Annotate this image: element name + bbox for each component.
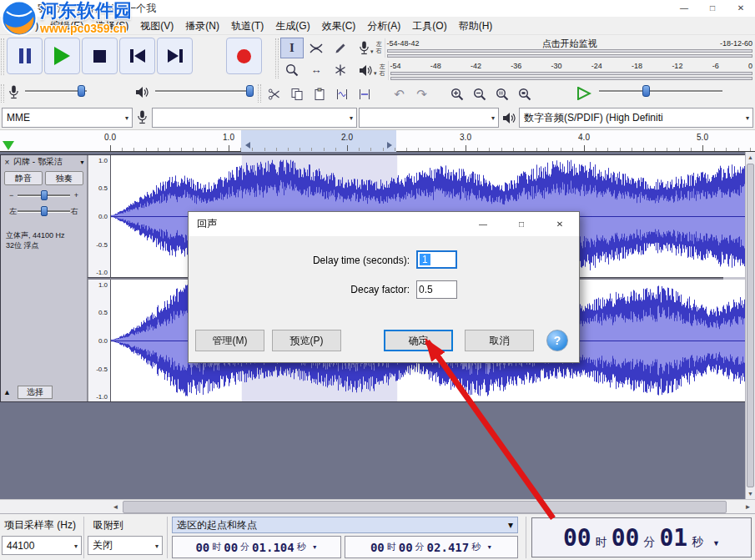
menu-select[interactable]: 选择(S) xyxy=(89,17,134,35)
menu-transport[interactable]: 播录(N) xyxy=(179,17,225,35)
menu-generate[interactable]: 生成(G) xyxy=(269,17,315,35)
cut-button[interactable] xyxy=(264,83,284,104)
selection-end-time[interactable]: 00时 00分 02.417秒 ▼ xyxy=(345,536,518,558)
vertical-ruler-right-channel[interactable]: 1.0 0.5 0.0 -0.5 -1.0 xyxy=(88,280,111,401)
audio-host-combo[interactable]: MME▾ xyxy=(2,108,133,128)
paste-button[interactable] xyxy=(309,83,330,104)
collapse-track-button[interactable]: ▲ xyxy=(3,388,11,396)
zoom-fit-button[interactable] xyxy=(514,83,535,104)
menu-view[interactable]: 视图(V) xyxy=(134,17,179,35)
horizontal-scrollbar[interactable]: ◄ ► xyxy=(0,499,755,513)
chevron-down-icon[interactable]: ▾ xyxy=(374,70,377,77)
toolbar-grip[interactable] xyxy=(258,84,261,103)
recording-volume-thumb[interactable] xyxy=(78,85,85,97)
solo-button[interactable]: 独奏 xyxy=(45,171,83,185)
play-at-speed-button[interactable] xyxy=(577,87,591,103)
toolbar-grip[interactable] xyxy=(1,84,4,103)
menu-analyze[interactable]: 分析(A) xyxy=(361,17,406,35)
monitor-message[interactable]: 点击开始监视 xyxy=(420,38,720,48)
delay-time-input[interactable]: 1 xyxy=(416,250,457,269)
gain-slider[interactable]: − + xyxy=(8,189,80,201)
play-button[interactable] xyxy=(44,38,80,74)
track-close-button[interactable]: × xyxy=(3,158,12,167)
selection-start-time[interactable]: 00时 00分 01.104秒 ▼ xyxy=(172,536,341,558)
copy-button[interactable] xyxy=(286,83,307,104)
playback-volume-thumb[interactable] xyxy=(246,85,254,97)
scroll-left-icon[interactable]: ◄ xyxy=(108,500,123,514)
cancel-button[interactable]: 取消 xyxy=(465,330,534,351)
minimize-button[interactable]: — xyxy=(670,0,698,17)
help-button[interactable]: ? xyxy=(546,330,568,351)
ok-button[interactable]: 确定 xyxy=(384,330,453,351)
play-speed-thumb[interactable] xyxy=(642,85,650,97)
zoom-tool-button[interactable] xyxy=(280,59,304,80)
close-button[interactable]: ✕ xyxy=(727,0,755,17)
skip-to-end-button[interactable] xyxy=(157,38,193,74)
silence-audio-button[interactable] xyxy=(354,83,375,104)
gain-thumb[interactable] xyxy=(41,190,48,200)
track-select-button[interactable]: 选择 xyxy=(18,386,53,399)
scroll-down-icon[interactable]: ▼ xyxy=(746,488,755,499)
vertical-scrollbar-thumb[interactable] xyxy=(747,164,754,487)
toolbar-grip[interactable] xyxy=(1,38,4,75)
timeline-ruler[interactable]: 0.0 1.0 2.0 3.0 4.0 5.0 xyxy=(0,129,755,152)
menu-edit[interactable]: 编辑(E) xyxy=(44,17,89,35)
menu-file[interactable]: 文件(F) xyxy=(0,17,44,35)
track-menu-dropdown-icon[interactable]: ▼ xyxy=(79,159,85,165)
zoom-selection-button[interactable] xyxy=(491,83,512,104)
dialog-maximize-button[interactable]: □ xyxy=(502,212,541,236)
pan-slider[interactable]: 左 右 xyxy=(8,205,80,217)
recording-channels-combo[interactable]: ▾ xyxy=(359,108,499,128)
scroll-right-icon[interactable]: ► xyxy=(741,500,755,514)
toolbar-grip[interactable] xyxy=(275,38,279,78)
stop-button[interactable] xyxy=(82,38,118,74)
zoom-in-button[interactable] xyxy=(446,83,467,104)
mute-button[interactable]: 静音 xyxy=(4,171,43,185)
audio-position-time[interactable]: 00时 00分 01秒 ▼ xyxy=(531,517,752,557)
track-control-panel[interactable]: × 闪牌 - 鄂采洁 ▼ 静音 独奏 − + 左 右 xyxy=(1,155,88,401)
manage-button[interactable]: 管理(M) xyxy=(195,330,264,351)
pan-thumb[interactable] xyxy=(41,206,48,216)
horizontal-scrollbar-thumb[interactable] xyxy=(123,501,727,513)
track-name[interactable]: 闪牌 - 鄂采洁 xyxy=(13,156,78,168)
play-speed-slider[interactable] xyxy=(599,84,722,98)
recording-meter-toolbar[interactable]: ▾ 左右 -54 -48 -42 点击开始监视 -18 -12 -6 0 xyxy=(359,37,752,58)
dialog-close-button[interactable]: ✕ xyxy=(541,212,579,236)
chevron-down-icon[interactable]: ▼ xyxy=(312,544,318,550)
multi-tool-button[interactable] xyxy=(329,59,352,80)
menu-tools[interactable]: 工具(O) xyxy=(406,17,452,35)
selection-mode-combo[interactable]: 选区的起点和终点▾ xyxy=(172,517,518,533)
playback-volume-slider[interactable] xyxy=(155,84,254,98)
undo-button[interactable]: ↶ xyxy=(389,83,410,104)
pause-button[interactable] xyxy=(7,38,43,74)
maximize-button[interactable]: □ xyxy=(698,0,727,17)
project-rate-combo[interactable]: 44100▾ xyxy=(2,536,82,555)
draw-tool-button[interactable] xyxy=(329,38,352,58)
decay-factor-input[interactable]: 0.5 xyxy=(416,280,457,299)
skip-to-start-button[interactable] xyxy=(119,38,155,74)
chevron-down-icon[interactable]: ▼ xyxy=(486,544,492,550)
playback-device-combo[interactable]: 数字音频(S/PDIF) (High Definiti▾ xyxy=(519,108,753,128)
trim-audio-button[interactable] xyxy=(331,83,352,104)
vertical-ruler-left-channel[interactable]: 1.0 0.5 0.0 -0.5 -1.0 xyxy=(88,155,111,277)
recording-device-combo[interactable]: ▾ xyxy=(152,108,357,128)
selection-tool-button[interactable]: I xyxy=(280,38,304,58)
snap-to-combo[interactable]: 关闭▾ xyxy=(88,536,163,555)
redo-button[interactable]: ↷ xyxy=(411,83,432,104)
recording-volume-slider[interactable] xyxy=(25,84,87,98)
menu-effect[interactable]: 效果(C) xyxy=(316,17,362,35)
playback-meter-toolbar[interactable]: ▾ 左右 -54 -48 -42 -36 -30 -24 -18 -12 -6 … xyxy=(359,59,752,81)
zoom-out-button[interactable] xyxy=(469,83,490,104)
scroll-up-icon[interactable]: ▲ xyxy=(746,152,755,163)
chevron-down-icon[interactable]: ▾ xyxy=(370,48,374,55)
envelope-tool-button[interactable] xyxy=(305,38,328,58)
chevron-down-icon[interactable]: ▼ xyxy=(712,539,720,547)
timeshift-tool-button[interactable]: ↔ xyxy=(305,59,328,80)
dialog-title-bar[interactable]: 回声 — □ ✕ xyxy=(189,212,579,236)
dialog-minimize-button[interactable]: — xyxy=(464,212,502,236)
preview-button[interactable]: 预览(P) xyxy=(272,330,341,351)
vertical-scrollbar[interactable]: ▲ ▼ xyxy=(745,152,755,499)
record-button[interactable] xyxy=(226,38,262,74)
menu-help[interactable]: 帮助(H) xyxy=(453,17,499,35)
menu-tracks[interactable]: 轨道(T) xyxy=(225,17,269,35)
